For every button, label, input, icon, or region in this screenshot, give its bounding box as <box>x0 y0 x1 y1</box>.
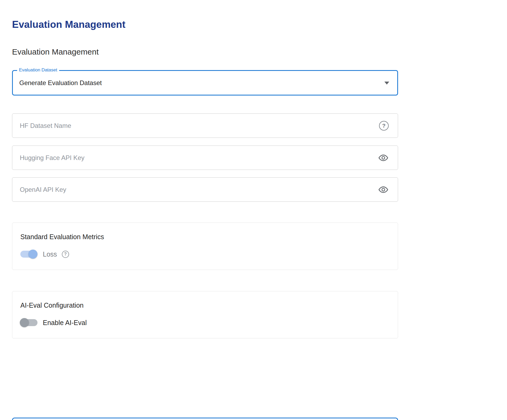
openai-api-key-input[interactable] <box>12 178 398 201</box>
evaluation-dataset-select[interactable]: Evaluation Dataset Generate Evaluation D… <box>12 70 398 96</box>
ai-eval-card-title: AI-Eval Configuration <box>20 301 398 309</box>
section-title: Evaluation Management <box>12 47 398 57</box>
loss-toggle-row: Loss ? <box>20 249 398 259</box>
hf-dataset-name-field: ? <box>12 113 398 138</box>
cutoff-focused-field-border <box>12 418 398 420</box>
ai-eval-configuration-card: AI-Eval Configuration Enable AI-Eval <box>12 291 398 338</box>
hf-dataset-name-input[interactable] <box>12 114 398 138</box>
openai-api-key-field <box>12 177 398 202</box>
eye-icon[interactable] <box>378 152 389 163</box>
help-icon[interactable]: ? <box>379 121 389 131</box>
loss-toggle-label: Loss <box>43 250 57 258</box>
hugging-face-api-key-field <box>12 146 398 170</box>
evaluation-dataset-select-label: Evaluation Dataset <box>17 67 59 73</box>
evaluation-dataset-select-value: Generate Evaluation Dataset <box>13 79 102 87</box>
main-content: Evaluation Management Evaluation Managem… <box>12 19 398 420</box>
loss-toggle-thumb <box>28 250 37 259</box>
loss-toggle[interactable] <box>20 251 37 258</box>
enable-ai-eval-toggle[interactable] <box>20 319 37 326</box>
enable-ai-eval-toggle-thumb <box>20 318 29 327</box>
eye-icon[interactable] <box>378 184 389 195</box>
help-icon[interactable]: ? <box>62 251 69 258</box>
enable-ai-eval-toggle-label: Enable AI-Eval <box>43 319 87 327</box>
metrics-card-title: Standard Evaluation Metrics <box>20 233 398 241</box>
chevron-down-icon <box>384 82 389 85</box>
standard-evaluation-metrics-card: Standard Evaluation Metrics Loss ? <box>12 223 398 270</box>
hugging-face-api-key-input[interactable] <box>12 146 398 170</box>
page-title: Evaluation Management <box>12 19 398 30</box>
enable-ai-eval-toggle-row: Enable AI-Eval <box>20 317 398 328</box>
